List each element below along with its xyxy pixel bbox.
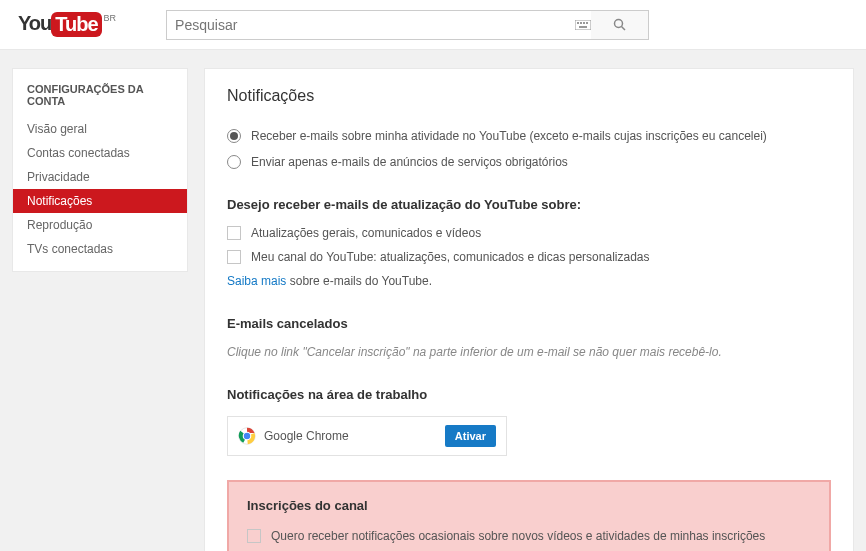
checkbox-icon	[227, 250, 241, 264]
svg-rect-5	[579, 26, 587, 28]
radio-label: Enviar apenas e-mails de anúncios de ser…	[251, 155, 568, 169]
svg-point-6	[614, 19, 622, 27]
search-input[interactable]	[166, 10, 603, 40]
cancelled-title: E-mails cancelados	[227, 316, 831, 331]
checkbox-icon	[227, 226, 241, 240]
svg-line-7	[621, 26, 625, 30]
updates-title: Desejo receber e-mails de atualização do…	[227, 197, 831, 212]
svg-rect-3	[583, 22, 585, 24]
sidebar: CONFIGURAÇÕES DA CONTA Visão geral Conta…	[12, 68, 188, 272]
svg-rect-0	[575, 20, 591, 30]
desktop-title: Notificações na área de trabalho	[227, 387, 831, 402]
radio-icon	[227, 129, 241, 143]
svg-rect-4	[586, 22, 588, 24]
logo-you: You	[18, 12, 51, 35]
svg-rect-2	[580, 22, 582, 24]
checkbox-occasional-notifications[interactable]: Quero receber notificações ocasionais so…	[247, 529, 811, 543]
sidebar-item-tvs[interactable]: TVs conectadas	[13, 237, 187, 261]
checkbox-general-updates[interactable]: Atualizações gerais, comunicados e vídeo…	[227, 226, 831, 240]
desktop-chrome-row: Google Chrome Ativar	[227, 416, 507, 456]
sidebar-item-privacy[interactable]: Privacidade	[13, 165, 187, 189]
radio-label: Receber e-mails sobre minha atividade no…	[251, 129, 767, 143]
checkbox-label: Quero receber notificações ocasionais so…	[271, 529, 765, 543]
radio-receive-emails[interactable]: Receber e-mails sobre minha atividade no…	[227, 129, 831, 143]
page-title: Notificações	[227, 87, 831, 105]
search-container	[166, 10, 649, 40]
learn-more-row: Saiba mais sobre e-mails do YouTube.	[227, 274, 831, 288]
radio-mandatory-only[interactable]: Enviar apenas e-mails de anúncios de ser…	[227, 155, 831, 169]
learn-more-link[interactable]: Saiba mais	[227, 274, 286, 288]
logo-tube: Tube	[51, 12, 101, 37]
search-button[interactable]	[591, 10, 649, 40]
logo-region: BR	[104, 13, 117, 23]
sidebar-item-notifications[interactable]: Notificações	[13, 189, 187, 213]
svg-rect-1	[577, 22, 579, 24]
logo[interactable]: You Tube BR	[18, 12, 116, 37]
content: CONFIGURAÇÕES DA CONTA Visão geral Conta…	[0, 50, 866, 551]
sidebar-item-connected[interactable]: Contas conectadas	[13, 141, 187, 165]
cancelled-hint: Clique no link "Cancelar inscrição" na p…	[227, 345, 831, 359]
checkbox-my-channel[interactable]: Meu canal do YouTube: atualizações, comu…	[227, 250, 831, 264]
subscriptions-title: Inscrições do canal	[247, 498, 811, 513]
sidebar-item-playback[interactable]: Reprodução	[13, 213, 187, 237]
sidebar-item-overview[interactable]: Visão geral	[13, 117, 187, 141]
chrome-label: Google Chrome	[264, 429, 349, 443]
header: You Tube BR	[0, 0, 866, 50]
subscriptions-box: Inscrições do canal Quero receber notifi…	[227, 480, 831, 551]
main-panel: Notificações Receber e-mails sobre minha…	[204, 68, 854, 551]
learn-more-suffix: sobre e-mails do YouTube.	[286, 274, 432, 288]
keyboard-icon[interactable]	[575, 20, 591, 30]
checkbox-icon	[247, 529, 261, 543]
checkbox-label: Meu canal do YouTube: atualizações, comu…	[251, 250, 649, 264]
radio-icon	[227, 155, 241, 169]
chrome-icon	[238, 427, 256, 445]
sidebar-title: CONFIGURAÇÕES DA CONTA	[13, 79, 187, 117]
checkbox-label: Atualizações gerais, comunicados e vídeo…	[251, 226, 481, 240]
activate-button[interactable]: Ativar	[445, 425, 496, 447]
chrome-left: Google Chrome	[238, 427, 349, 445]
search-icon	[613, 18, 627, 32]
